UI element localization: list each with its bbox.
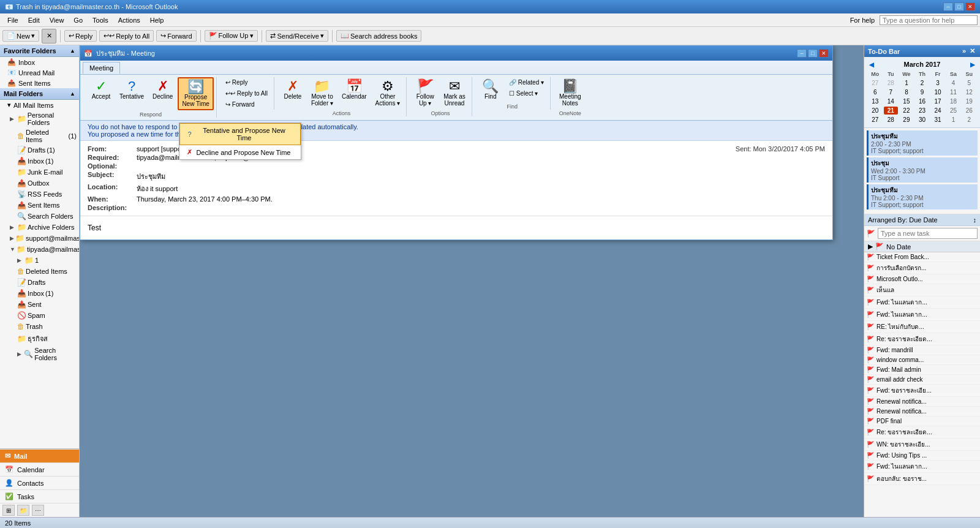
cal-cell[interactable]: 10 bbox=[930, 88, 945, 96]
menu-file[interactable]: File bbox=[2, 15, 23, 25]
sidebar-search2[interactable]: ▶ 🔍 Search Folders bbox=[0, 345, 79, 363]
task-item[interactable]: 🚩 Fwd: ไนแลนดาก... bbox=[864, 309, 980, 321]
cal-next-btn[interactable]: ▶ bbox=[970, 61, 975, 68]
sidebar-sent-items[interactable]: 📤 Sent Items bbox=[0, 200, 79, 211]
menu-view[interactable]: View bbox=[45, 15, 69, 25]
dropdown-item-decline[interactable]: ✗ Decline and Propose New Time bbox=[179, 145, 301, 159]
sidebar-rss[interactable]: 📡 RSS Feeds bbox=[0, 189, 79, 200]
task-item[interactable]: 🚩 Fwd: ขอราชละเอีย... bbox=[864, 385, 980, 397]
sidebar-archive[interactable]: ▶ 📁 Archive Folders bbox=[0, 222, 79, 233]
cal-cell[interactable]: 14 bbox=[884, 97, 899, 105]
cal-cell[interactable]: 3 bbox=[930, 79, 945, 87]
appointment-3[interactable]: ประชุมทีม Thu 2:00 - 2:30 PM IT Support;… bbox=[867, 184, 978, 209]
propose-new-time-btn[interactable]: 🔄 Propose New Time ? Tentative and Propo… bbox=[178, 77, 213, 110]
cal-cell[interactable]: 25 bbox=[946, 107, 961, 115]
task-item[interactable]: 🚩 Fwd: mandrill bbox=[864, 345, 980, 355]
tentative-btn[interactable]: ? Tentative bbox=[116, 77, 148, 102]
search-address-btn[interactable]: 📖 Search address books bbox=[336, 30, 421, 42]
sidebar-deleted-items[interactable]: 🗑 Deleted Items (1) bbox=[0, 127, 79, 145]
cal-cell[interactable]: 1 bbox=[946, 116, 961, 124]
sidebar-junk[interactable]: 📁 Junk E-mail bbox=[0, 167, 79, 178]
nav-icon-shortcuts[interactable]: ⊞ bbox=[2, 505, 15, 516]
send-receive-btn[interactable]: ⇄ Send/Receive ▾ bbox=[266, 30, 328, 42]
find-btn[interactable]: 🔍 Find bbox=[477, 77, 504, 102]
task-item[interactable]: 🚩 WN: ขอราชละเอีย... bbox=[864, 439, 980, 451]
cal-cell[interactable]: 28 bbox=[884, 79, 899, 87]
menu-go[interactable]: Go bbox=[69, 15, 88, 25]
menu-edit[interactable]: Edit bbox=[23, 15, 45, 25]
task-item[interactable]: 🚩 Re: ขอราชละเอียด... bbox=[864, 333, 980, 345]
nav-mail[interactable]: ✉ Mail bbox=[0, 449, 79, 462]
sidebar-item-sent-fav[interactable]: 📤 Sent Items bbox=[0, 78, 79, 88]
cal-cell[interactable]: 6 bbox=[868, 88, 883, 96]
sidebar-inbox[interactable]: 📥 Inbox (1) bbox=[0, 156, 79, 167]
close-btn[interactable]: ✕ bbox=[965, 2, 975, 11]
task-item[interactable]: 🚩 Fwd: ไนแลนดาก... bbox=[864, 296, 980, 309]
dialog-maximize[interactable]: □ bbox=[808, 49, 818, 58]
task-input[interactable] bbox=[878, 228, 978, 239]
cal-cell[interactable]: 11 bbox=[946, 88, 961, 96]
ribbon-tab-meeting[interactable]: Meeting bbox=[83, 62, 120, 74]
dialog-minimize[interactable]: – bbox=[797, 49, 807, 58]
cal-prev-btn[interactable]: ◀ bbox=[869, 61, 874, 68]
meeting-notes-btn[interactable]: 📓 Meeting Notes bbox=[556, 77, 585, 109]
task-item[interactable]: 🚩 Ticket From Back... bbox=[864, 252, 980, 262]
todo-expand-btn[interactable]: » bbox=[961, 47, 967, 55]
reply-all-btn[interactable]: ↩↩ Reply to All bbox=[99, 30, 154, 42]
cal-cell[interactable]: 2 bbox=[915, 79, 930, 87]
appointment-2[interactable]: ประชุม Wed 2:00 - 3:30 PM IT Support bbox=[867, 157, 978, 183]
menu-actions[interactable]: Actions bbox=[113, 15, 145, 25]
cal-cell[interactable]: 15 bbox=[899, 97, 914, 105]
menu-tools[interactable]: Tools bbox=[88, 15, 113, 25]
new-btn[interactable]: 📄 New ▾ bbox=[2, 30, 39, 42]
cal-cell[interactable]: 9 bbox=[915, 88, 930, 96]
delete-btn[interactable]: ✕ bbox=[42, 29, 56, 43]
cal-cell[interactable]: 16 bbox=[915, 97, 930, 105]
task-item[interactable]: 🚩 email addr check bbox=[864, 375, 980, 385]
minimize-btn[interactable]: – bbox=[943, 2, 953, 11]
cal-cell[interactable]: 28 bbox=[884, 116, 899, 124]
task-item[interactable]: 🚩 RE: ไหม่กับกับด... bbox=[864, 321, 980, 333]
task-item[interactable]: 🚩 Re: ขอราชละเอียด... bbox=[864, 426, 980, 439]
task-item[interactable]: 🚩 Renewal notifica... bbox=[864, 397, 980, 407]
sidebar-drafts[interactable]: 📝 Drafts (1) bbox=[0, 145, 79, 156]
cal-cell[interactable]: 26 bbox=[962, 107, 976, 115]
cal-cell[interactable]: 30 bbox=[915, 116, 930, 124]
nav-tasks[interactable]: ✅ Tasks bbox=[0, 489, 79, 503]
todo-close-btn[interactable]: ✕ bbox=[968, 47, 976, 55]
cal-today-cell[interactable]: 21 bbox=[884, 107, 899, 115]
task-item[interactable]: 🚩 Fwd: Mail admin bbox=[864, 365, 980, 375]
task-item[interactable]: 🚩 Renewal notifica... bbox=[864, 407, 980, 417]
cal-cell[interactable]: 20 bbox=[868, 107, 883, 115]
ribbon-reply-btn[interactable]: ↩ Reply bbox=[222, 77, 271, 88]
nav-icon-more[interactable]: ⋯ bbox=[32, 505, 44, 516]
cal-cell[interactable]: 1 bbox=[899, 79, 914, 87]
task-item[interactable]: 🚩 เห็นแล bbox=[864, 284, 980, 296]
sidebar-deleted2[interactable]: 🗑 Deleted Items bbox=[0, 266, 79, 277]
sidebar-inbox2[interactable]: 📥 Inbox (1) bbox=[0, 288, 79, 299]
nav-contacts[interactable]: 👤 Contacts bbox=[0, 476, 79, 489]
nav-icon-folder[interactable]: 📁 bbox=[17, 505, 29, 516]
cal-cell[interactable]: 27 bbox=[868, 116, 883, 124]
task-item[interactable]: 🚩 Fwd: Using Tips ... bbox=[864, 451, 980, 461]
sidebar-all-mail[interactable]: ▾ All Mail Items bbox=[0, 100, 79, 110]
sidebar-drafts2[interactable]: 📝 Drafts bbox=[0, 277, 79, 288]
sidebar-sent[interactable]: 📤 Sent bbox=[0, 299, 79, 310]
cal-cell[interactable]: 8 bbox=[899, 88, 914, 96]
cal-cell[interactable]: 13 bbox=[868, 97, 883, 105]
mail-folders-header[interactable]: Mail Folders ▲ bbox=[0, 88, 79, 100]
ribbon-forward-btn[interactable]: ↪ Forward bbox=[222, 99, 271, 110]
cal-cell[interactable]: 12 bbox=[962, 88, 976, 96]
accept-btn[interactable]: ✓ Accept bbox=[88, 77, 115, 102]
other-actions-btn[interactable]: ⚙ Other Actions ▾ bbox=[372, 77, 404, 109]
sidebar-item-unread[interactable]: 📧 Unread Mail bbox=[0, 67, 79, 78]
sidebar-outbox[interactable]: 📤 Outbox bbox=[0, 178, 79, 189]
sidebar-personal-folders[interactable]: ▶ 📁 Personal Folders bbox=[0, 110, 79, 127]
cal-cell[interactable]: 24 bbox=[930, 107, 945, 115]
cal-cell[interactable]: 31 bbox=[930, 116, 945, 124]
select-btn[interactable]: ☐ Select ▾ bbox=[505, 88, 548, 99]
sidebar-search-folders[interactable]: 🔍 Search Folders bbox=[0, 211, 79, 222]
forward-btn[interactable]: ↪ Forward bbox=[156, 30, 196, 42]
sidebar-tipyada[interactable]: ▼ 📁 tipyada@mailmaster.co bbox=[0, 244, 79, 255]
help-input[interactable] bbox=[880, 15, 978, 25]
